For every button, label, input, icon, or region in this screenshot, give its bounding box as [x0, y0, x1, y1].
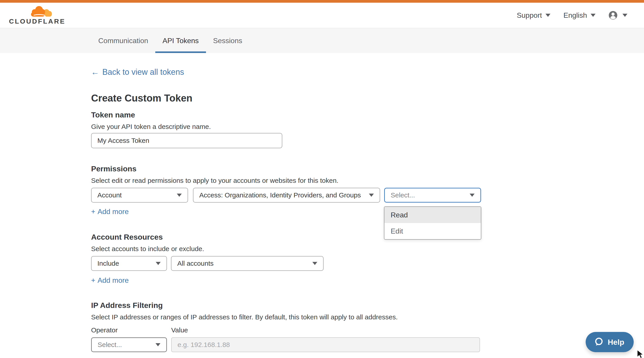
value-label: Value — [171, 326, 188, 334]
permissions-heading: Permissions — [91, 164, 136, 173]
token-name-heading: Token name — [91, 111, 135, 119]
support-label: Support — [517, 11, 542, 20]
permission-access-placeholder: Select... — [391, 191, 415, 199]
permission-access-select[interactable]: Select... — [384, 188, 481, 203]
token-name-input[interactable] — [91, 133, 282, 148]
account-resources-heading: Account Resources — [91, 233, 163, 241]
help-label: Help — [608, 338, 624, 346]
help-button[interactable]: Help — [586, 332, 634, 352]
page-title: Create Custom Token — [91, 93, 192, 104]
tab-bar: Communication API Tokens Sessions — [0, 28, 644, 53]
mouse-cursor — [637, 349, 644, 358]
menu-option-edit[interactable]: Edit — [384, 223, 481, 239]
chat-bubble-icon — [594, 337, 604, 347]
plus-icon: + — [91, 208, 95, 216]
caret-down-icon — [369, 194, 374, 197]
language-label: English — [564, 11, 587, 20]
cloudflare-cloud-icon — [28, 6, 52, 18]
tab-communication[interactable]: Communication — [91, 28, 155, 53]
token-name-description: Give your API token a descriptive name. — [91, 123, 211, 131]
permission-resource-value: Access: Organizations, Identity Provider… — [199, 191, 361, 199]
resource-mode-value: Include — [98, 260, 119, 267]
ip-filtering-heading: IP Address Filtering — [91, 301, 163, 310]
app-header: CLOUDFLARE Support English — [0, 3, 644, 28]
tab-api-tokens[interactable]: API Tokens — [155, 28, 206, 53]
resource-scope-value: All accounts — [177, 260, 214, 267]
permission-resource-select[interactable]: Access: Organizations, Identity Provider… — [193, 188, 380, 203]
user-avatar-icon — [608, 11, 618, 20]
permissions-add-more-link[interactable]: + Add more — [91, 208, 128, 216]
caret-down-icon — [156, 262, 161, 265]
operator-label: Operator — [91, 326, 118, 334]
account-menu[interactable] — [608, 11, 628, 20]
ip-filtering-description: Select IP addresses or ranges of IP addr… — [91, 313, 398, 321]
chevron-down-icon — [546, 14, 550, 17]
account-resources-add-more-link[interactable]: + Add more — [91, 276, 128, 284]
back-link-label: Back to view all tokens — [102, 67, 184, 77]
ip-value-input[interactable] — [171, 337, 480, 352]
permission-scope-value: Account — [98, 191, 122, 199]
brand-top-bar — [0, 0, 644, 3]
plus-icon: + — [91, 276, 95, 284]
resource-mode-select[interactable]: Include — [91, 256, 167, 271]
chevron-down-icon — [622, 14, 628, 17]
ip-operator-placeholder: Select... — [98, 341, 122, 348]
support-menu[interactable]: Support — [517, 11, 550, 20]
caret-down-icon — [177, 194, 182, 197]
access-level-dropdown-menu: Read Edit — [384, 206, 481, 240]
account-resources-description: Select accounts to include or exclude. — [91, 245, 204, 253]
left-arrow-icon: ← — [91, 67, 99, 77]
caret-down-icon — [312, 262, 317, 265]
resource-scope-select[interactable]: All accounts — [171, 256, 324, 271]
menu-option-read[interactable]: Read — [384, 207, 481, 223]
permissions-description: Select edit or read permissions to apply… — [91, 177, 338, 184]
language-menu[interactable]: English — [564, 11, 596, 20]
permission-scope-select[interactable]: Account — [91, 188, 188, 203]
caret-down-icon — [470, 194, 474, 197]
caret-down-icon — [156, 343, 160, 346]
cloudflare-logo[interactable]: CLOUDFLARE — [9, 6, 54, 25]
chevron-down-icon — [590, 14, 596, 17]
cloudflare-logo-text: CLOUDFLARE — [9, 18, 54, 25]
back-to-tokens-link[interactable]: ← Back to view all tokens — [91, 67, 184, 77]
tab-sessions[interactable]: Sessions — [206, 28, 250, 53]
ip-operator-select[interactable]: Select... — [91, 337, 167, 352]
